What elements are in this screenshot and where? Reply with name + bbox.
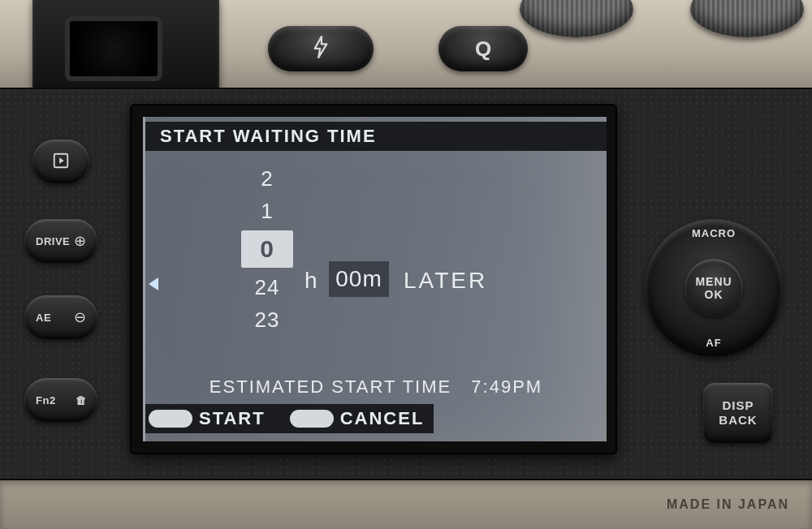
screen-title: START WAITING TIME (145, 122, 607, 151)
zoom-out-icon: ⊖ (74, 308, 87, 326)
time-spinner[interactable]: 2 1 0 24 23 h 00m LATER (145, 162, 607, 344)
dpad-up-label: MACRO (645, 227, 783, 239)
ae-button[interactable]: AE ⊖ (24, 295, 97, 339)
cancel-button[interactable]: CANCEL (340, 408, 425, 429)
dpad-down-label: AF (645, 337, 783, 349)
later-label: LATER (404, 268, 487, 294)
made-in-label: MADE IN JAPAN (667, 497, 789, 512)
q-label: Q (475, 37, 491, 62)
hour-option[interactable]: 24 (235, 271, 300, 303)
menu-ok-button[interactable]: MENU OK (685, 259, 743, 317)
svg-marker-0 (315, 37, 327, 58)
cancel-pill-icon (290, 410, 334, 428)
q-button[interactable]: Q (438, 26, 528, 71)
disp-label: DISP (722, 398, 754, 413)
hour-unit: h (304, 268, 318, 294)
drive-button[interactable]: DRIVE ⊕ (24, 219, 97, 263)
left-arrow-icon (149, 277, 158, 290)
ae-label: AE (36, 312, 51, 324)
hour-option[interactable]: 23 (235, 303, 300, 336)
fn2-button[interactable]: Fn2 🗑 (24, 378, 97, 422)
estimated-label: ESTIMATED START TIME (209, 376, 451, 397)
svg-marker-2 (59, 157, 64, 163)
zoom-in-icon: ⊕ (74, 232, 87, 250)
hours-column[interactable]: 2 1 0 24 23 (235, 162, 300, 344)
ok-label: OK (705, 288, 723, 301)
top-plate: Q (0, 0, 812, 89)
bottom-plate: MADE IN JAPAN (0, 480, 812, 529)
flash-button[interactable] (268, 26, 374, 71)
start-pill-icon (149, 410, 192, 428)
trash-icon: 🗑 (76, 394, 87, 406)
exposure-dial[interactable] (690, 0, 804, 37)
playback-button[interactable] (32, 140, 89, 183)
lcd-screen: START WAITING TIME 2 1 0 24 23 h 00m LAT… (143, 117, 607, 441)
drive-label: DRIVE (36, 235, 70, 247)
shutter-dial[interactable] (520, 0, 633, 37)
menu-label: MENU (695, 275, 732, 288)
hour-option[interactable]: 2 (235, 162, 300, 195)
estimated-start-row: ESTIMATED START TIME 7:49PM (145, 376, 607, 398)
estimated-value: 7:49PM (471, 376, 542, 398)
action-bar: START CANCEL (145, 404, 434, 433)
hour-option-selected[interactable]: 0 (241, 230, 293, 268)
hour-option[interactable]: 1 (235, 195, 300, 227)
back-label: BACK (719, 413, 757, 428)
flash-icon (312, 35, 330, 62)
minutes-value[interactable]: 00m (329, 261, 389, 297)
play-icon (52, 152, 70, 172)
disp-back-button[interactable]: DISP BACK (703, 383, 773, 443)
start-button[interactable]: START (199, 408, 266, 429)
fn2-label: Fn2 (36, 394, 56, 406)
dpad[interactable]: MACRO AF MENU OK (645, 219, 783, 357)
lcd-frame: START WAITING TIME 2 1 0 24 23 h 00m LAT… (130, 104, 617, 454)
camera-body: Q DRIVE ⊕ AE ⊖ Fn2 🗑 MACRO AF MENU OK DI… (0, 0, 812, 529)
